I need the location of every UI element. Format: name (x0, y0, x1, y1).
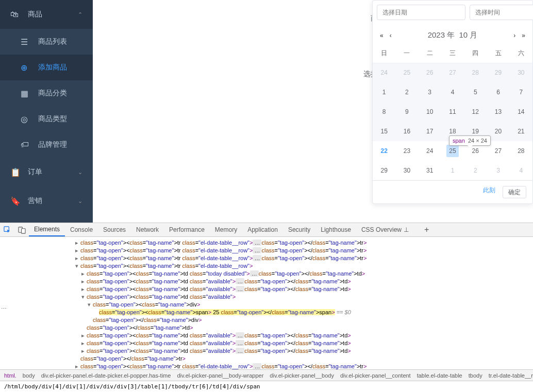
tree-line[interactable]: ▾class="tag-open"><class="tag-name">tr c… (0, 262, 533, 270)
confirm-button[interactable]: 确定 (503, 186, 526, 198)
tree-line[interactable]: class="tag-open"></class="tag-name">tr> (0, 355, 533, 363)
device-toggle-icon[interactable] (14, 223, 29, 236)
tree-line[interactable]: ▸class="tag-open"><class="tag-name">td c… (0, 332, 533, 339)
devtools-tab-network[interactable]: Network (131, 223, 164, 236)
calendar-day[interactable]: 31 (419, 161, 441, 180)
calendar-day[interactable]: 24 (419, 141, 441, 161)
time-input[interactable] (470, 5, 533, 20)
tree-line[interactable]: ▸class="tag-open"><class="tag-name">td c… (0, 278, 533, 285)
devtools-tab-sources[interactable]: Sources (98, 223, 131, 236)
devtools-tab-performance[interactable]: Performance (164, 223, 210, 236)
calendar-day[interactable]: 3 (487, 161, 509, 180)
calendar-day[interactable]: 25 (395, 63, 418, 82)
calendar-day[interactable]: 12 (464, 102, 487, 122)
breadcrumb-item[interactable]: div.el-picker-panel.el-date-picker.el-po… (41, 372, 171, 379)
date-input[interactable] (377, 5, 465, 20)
calendar-day[interactable]: 30 (395, 161, 418, 180)
tree-line[interactable]: ▸class="tag-open"><class="tag-name">td c… (0, 339, 533, 347)
devtools-tab-application[interactable]: Application (242, 223, 283, 236)
calendar-day[interactable]: 15 (373, 122, 395, 141)
sidebar-item-brand-management[interactable]: 🏷 品牌管理 (0, 132, 93, 158)
devtools-tab-console[interactable]: Console (65, 223, 98, 236)
calendar-day[interactable]: 4 (510, 161, 532, 180)
tree-line[interactable]: ▸class="tag-open"><class="tag-name">td c… (0, 285, 533, 293)
calendar-day[interactable]: 6 (487, 82, 509, 102)
calendar-day[interactable]: 5 (464, 82, 487, 102)
tree-line[interactable]: ▸class="tag-open"><class="tag-name">tr c… (0, 239, 533, 247)
plus-icon: ⊕ (21, 63, 33, 73)
breadcrumb-item[interactable]: tbody (469, 372, 482, 379)
tree-line[interactable]: class="tag-open"><class="tag-name">span>… (0, 309, 533, 316)
month-label[interactable]: 10 月 (459, 30, 478, 39)
breadcrumb-item[interactable]: html. (4, 372, 16, 379)
calendar-day[interactable]: 26 (419, 63, 441, 82)
sidebar-item-product-type[interactable]: ◎ 商品类型 (0, 106, 93, 132)
submenu-label: 添加商品 (38, 63, 67, 72)
calendar-day[interactable]: 7 (510, 82, 532, 102)
tree-line[interactable]: ▸class="tag-open"><class="tag-name">td c… (0, 347, 533, 355)
calendar-day[interactable]: 2 (395, 82, 418, 102)
calendar-day[interactable]: 10 (419, 102, 441, 122)
tree-line[interactable]: ▸class="tag-open"><class="tag-name">tr c… (0, 363, 533, 369)
calendar-day[interactable]: 29 (373, 161, 395, 180)
devtools-tab-css-overview[interactable]: CSS Overview ⊥ (356, 223, 414, 236)
year-label[interactable]: 2023 年 (428, 30, 455, 39)
breadcrumb-item[interactable]: table.el-date-table (417, 372, 462, 379)
calendar-day[interactable]: 16 (395, 122, 418, 141)
calendar-day[interactable]: 28 (464, 63, 487, 82)
calendar-day[interactable]: 21 (510, 122, 532, 141)
calendar-day[interactable]: 4 (441, 82, 464, 102)
devtools-tab-lighthouse[interactable]: Lighthouse (315, 223, 356, 236)
xpath-input[interactable] (0, 383, 533, 390)
menu-group-marketing[interactable]: 🔖 营销 ⌄ (0, 186, 93, 215)
calendar-day[interactable]: 2 (464, 161, 487, 180)
element-breadcrumb[interactable]: html.bodydiv.el-picker-panel.el-date-pic… (0, 369, 533, 381)
tree-line[interactable]: ▾class="tag-open"><class="tag-name">td c… (0, 293, 533, 301)
calendar-day[interactable]: 14 (510, 102, 532, 122)
calendar-day[interactable]: 22 (373, 141, 395, 161)
sidebar-item-product-list[interactable]: ☰ 商品列表 (0, 29, 93, 55)
devtools-tab-memory[interactable]: Memory (210, 223, 242, 236)
breadcrumb-item[interactable]: body (23, 372, 35, 379)
sidebar-item-product-category[interactable]: ▦ 商品分类 (0, 80, 93, 106)
weekday-header: 三 (441, 44, 464, 63)
calendar-day[interactable]: 27 (441, 63, 464, 82)
calendar-day[interactable]: 3 (419, 82, 441, 102)
calendar-day[interactable]: 28 (510, 141, 532, 161)
next-year-icon[interactable]: » (521, 32, 526, 39)
calendar-day[interactable]: 8 (373, 102, 395, 122)
calendar-day[interactable]: 24 (373, 63, 395, 82)
next-month-icon[interactable]: › (512, 32, 517, 39)
menu-group-orders[interactable]: 📋 订单 ⌄ (0, 158, 93, 186)
devtools-tab-elements[interactable]: Elements (29, 223, 65, 236)
tree-line[interactable]: class="tag-open"></class="tag-name">div> (0, 316, 533, 324)
prev-year-icon[interactable]: « (379, 32, 385, 39)
menu-group-products[interactable]: 🛍 商品 ⌃ (0, 0, 93, 29)
breadcrumb-item[interactable]: div.el-picker-panel__body (270, 372, 334, 379)
calendar-day[interactable]: 30 (510, 63, 532, 82)
prev-month-icon[interactable]: ‹ (389, 32, 393, 39)
label-remark: 商品备注: (93, 42, 415, 51)
calendar-day[interactable]: 13 (487, 102, 509, 122)
inspect-icon[interactable] (0, 223, 14, 236)
tree-line[interactable]: ▸class="tag-open"><class="tag-name">td c… (0, 270, 533, 278)
breadcrumb-item[interactable]: tr.el-date-table__ro (489, 372, 533, 379)
calendar-day[interactable]: 29 (487, 63, 509, 82)
tree-line[interactable]: ▸class="tag-open"><class="tag-name">tr c… (0, 247, 533, 254)
calendar-day[interactable]: 9 (395, 102, 418, 122)
sidebar-item-add-product[interactable]: ⊕ 添加商品 (0, 55, 93, 80)
calendar-day[interactable]: 1 (441, 161, 464, 180)
breadcrumb-item[interactable]: div.el-picker-panel__body-wrapper (177, 372, 263, 379)
calendar-day[interactable]: 23 (395, 141, 418, 161)
elements-tree[interactable]: ▸class="tag-open"><class="tag-name">tr c… (0, 237, 533, 369)
add-tab-icon[interactable]: + (424, 225, 429, 234)
tree-line[interactable]: class="tag-open"></class="tag-name">td> (0, 324, 533, 332)
now-button[interactable]: 此刻 (480, 186, 498, 198)
tree-line[interactable]: ▾class="tag-open"><class="tag-name">div> (0, 301, 533, 309)
tree-line[interactable]: ▸class="tag-open"><class="tag-name">tr c… (0, 254, 533, 262)
calendar-day[interactable]: 1 (373, 82, 395, 102)
calendar-day[interactable]: 11 (441, 102, 464, 122)
breadcrumb-item[interactable]: div.el-picker-panel__content (340, 372, 411, 379)
devtools-tab-security[interactable]: Security (283, 223, 315, 236)
calendar-day[interactable]: 17 (419, 122, 441, 141)
